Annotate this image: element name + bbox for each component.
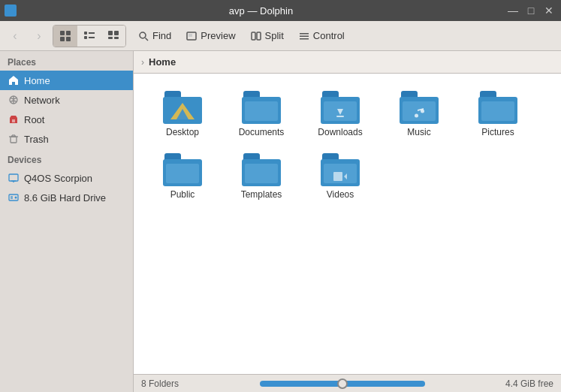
zoom-track[interactable] (260, 381, 425, 387)
titlebar-title: avp — Dolphin (17, 5, 505, 17)
app-icon (5, 5, 17, 17)
downloads-folder-icon (321, 91, 360, 124)
split-button[interactable]: Split (245, 27, 290, 44)
places-header: Places (0, 51, 133, 71)
svg-rect-1 (66, 31, 71, 35)
sidebar-item-root[interactable]: Root (0, 110, 133, 129)
sidebar-item-q4os-label: Q4OS Scorpion (24, 173, 92, 184)
forward-button[interactable]: › (29, 26, 50, 47)
svg-rect-8 (108, 31, 113, 35)
file-item-downloads[interactable]: Downloads (303, 85, 378, 143)
preview-label: Preview (201, 30, 235, 41)
titlebar-controls: — □ ✕ (505, 3, 556, 18)
find-button[interactable]: Find (132, 27, 177, 44)
svg-point-40 (421, 110, 424, 113)
pictures-folder-icon (478, 91, 517, 124)
breadcrumb-home[interactable]: Home (149, 56, 176, 68)
minimize-button[interactable]: — (505, 3, 520, 18)
trash-icon (8, 133, 20, 145)
view-mode-group (53, 25, 126, 47)
control-button[interactable]: Control (293, 27, 351, 44)
svg-rect-29 (9, 174, 18, 181)
file-label-public: Public (170, 189, 195, 200)
device-icon (8, 172, 20, 184)
close-button[interactable]: ✕ (541, 3, 556, 18)
svg-rect-38 (336, 116, 344, 117)
svg-rect-11 (114, 37, 119, 39)
root-icon (8, 113, 20, 125)
file-label-videos: Videos (327, 189, 354, 200)
titlebar-left (5, 5, 17, 17)
file-label-pictures: Pictures (481, 127, 514, 137)
breadcrumb-bar: › Home (134, 51, 561, 74)
file-item-documents[interactable]: Documents (224, 85, 299, 143)
compact-view-button[interactable] (101, 26, 125, 47)
hdd-icon (8, 191, 20, 204)
file-label-desktop: Desktop (166, 127, 199, 137)
svg-point-39 (415, 114, 418, 118)
folder-count: 8 Folders (141, 378, 179, 389)
svg-rect-6 (84, 36, 87, 39)
maximize-button[interactable]: □ (523, 3, 538, 18)
sidebar-item-hdd[interactable]: 8.6 GiB Hard Drive (0, 188, 133, 207)
svg-rect-15 (189, 34, 192, 37)
icon-view-button[interactable] (53, 26, 77, 47)
svg-rect-16 (252, 32, 255, 40)
svg-marker-42 (344, 173, 347, 179)
svg-rect-0 (60, 31, 65, 35)
svg-rect-24 (11, 137, 17, 143)
file-label-documents: Documents (239, 127, 285, 137)
svg-point-33 (15, 197, 17, 199)
file-item-templates[interactable]: Templates (224, 147, 299, 206)
sidebar-item-trash[interactable]: Trash (0, 129, 133, 149)
sidebar-item-root-label: Root (24, 114, 44, 125)
svg-rect-19 (300, 35, 309, 37)
documents-folder-icon (242, 91, 281, 124)
svg-line-13 (146, 38, 149, 41)
zoom-slider[interactable] (185, 381, 499, 387)
file-item-desktop[interactable]: Desktop (145, 85, 220, 143)
sidebar-item-home[interactable]: Home (0, 71, 133, 90)
sidebar-item-network-label: Network (24, 95, 60, 106)
templates-folder-icon (242, 153, 281, 186)
file-item-music[interactable]: Music (382, 85, 457, 143)
devices-header: Devices (0, 149, 133, 168)
zoom-thumb[interactable] (337, 378, 348, 389)
desktop-folder-icon (163, 91, 202, 124)
file-item-public[interactable]: Public (145, 147, 220, 206)
svg-rect-17 (257, 32, 261, 40)
sidebar-item-hdd-label: 8.6 GiB Hard Drive (24, 192, 106, 204)
control-label: Control (313, 30, 345, 41)
svg-rect-9 (114, 31, 119, 35)
svg-rect-10 (108, 37, 113, 39)
find-label: Find (152, 30, 171, 41)
svg-rect-5 (89, 32, 95, 34)
sidebar-item-network[interactable]: Network (0, 90, 133, 110)
file-grid: Desktop Documents (134, 74, 561, 374)
titlebar: avp — Dolphin — □ ✕ (0, 0, 561, 21)
sidebar-item-q4os[interactable]: Q4OS Scorpion (0, 168, 133, 188)
detail-view-button[interactable] (77, 26, 101, 47)
split-label: Split (265, 30, 284, 41)
public-folder-icon (163, 153, 202, 186)
free-space: 4.4 GiB free (505, 378, 553, 389)
svg-rect-18 (300, 33, 309, 35)
network-icon (8, 94, 20, 106)
back-button[interactable]: ‹ (5, 26, 26, 47)
file-item-videos[interactable]: Videos (303, 147, 378, 206)
file-label-templates: Templates (241, 189, 282, 200)
file-label-music: Music (407, 127, 430, 137)
sidebar: Places Home Network (0, 51, 134, 392)
breadcrumb-chevron: › (141, 57, 144, 68)
file-item-pictures[interactable]: Pictures (460, 85, 535, 143)
svg-rect-7 (89, 37, 95, 38)
file-area: › Home Desktop (134, 51, 561, 392)
statusbar: 8 Folders 4.4 GiB free (134, 374, 561, 392)
svg-rect-2 (60, 37, 65, 41)
svg-rect-20 (300, 38, 309, 40)
preview-button[interactable]: Preview (180, 27, 241, 44)
home-icon (8, 74, 20, 86)
toolbar: ‹ › (0, 21, 561, 51)
svg-point-12 (140, 32, 146, 38)
svg-rect-4 (84, 32, 87, 35)
